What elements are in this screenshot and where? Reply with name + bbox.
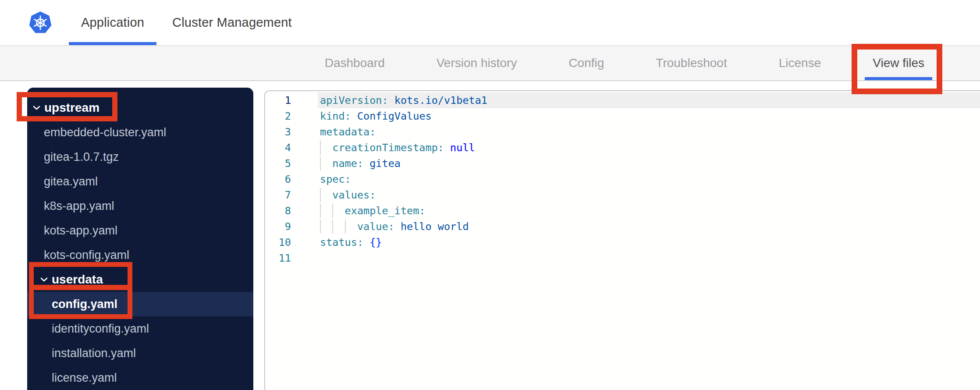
code-line-text: status: {} [318, 234, 980, 250]
code-line-9: 9 value: hello world [265, 219, 980, 234]
tree-item-installation.yaml[interactable]: installation.yaml [27, 341, 253, 365]
nav-tab-license[interactable]: License [771, 46, 829, 80]
token-plain [320, 157, 332, 170]
nav-tab-troubleshoot[interactable]: Troubleshoot [648, 46, 735, 80]
token-key: spec: [320, 173, 351, 185]
nav-tab-version-history[interactable]: Version history [429, 46, 525, 80]
code-line-text: value: hello world [318, 219, 980, 234]
tree-item-k8s-app.yaml[interactable]: k8s-app.yaml [27, 194, 253, 218]
line-number: 10 [265, 234, 318, 250]
token-str: kots.io/v1beta1 [388, 94, 487, 106]
token-key: value: [357, 220, 394, 233]
indent-guide [320, 204, 321, 218]
indent-guide [332, 220, 333, 234]
file-label: kots-app.yaml [44, 224, 117, 238]
token-plain [320, 142, 332, 154]
token-key: apiVersion: [320, 94, 388, 106]
line-number: 11 [265, 250, 318, 266]
indent-guide [332, 204, 333, 218]
tree-item-identityconfig.yaml[interactable]: identityconfig.yaml [27, 316, 253, 341]
code-line-text: kind: ConfigValues [318, 108, 980, 124]
token-key: status: [320, 236, 363, 248]
code-line-text [318, 250, 980, 266]
app-header: ApplicationCluster Management [0, 0, 980, 46]
token-key: name: [332, 157, 363, 170]
tree-item-kots-config.yaml[interactable]: kots-config.yaml [27, 243, 253, 267]
code-line-7: 7 values: [265, 187, 980, 203]
file-label: gitea.yaml [44, 175, 98, 188]
code-line-3: 3metadata: [265, 124, 980, 140]
token-key: kind: [320, 110, 351, 122]
folder-label: upstream [44, 101, 99, 115]
tree-item-config.yaml[interactable]: config.yaml [27, 292, 253, 316]
code-line-8: 8 example_item: [265, 203, 980, 219]
code-line-text: creationTimestamp: null [318, 140, 980, 156]
code-line-5: 5 name: gitea [265, 156, 980, 171]
app-subnav: DashboardVersion historyConfigTroublesho… [0, 46, 980, 81]
yaml-editor-panel[interactable]: 1apiVersion: kots.io/v1beta12kind: Confi… [264, 90, 980, 390]
tree-item-upstream[interactable]: upstream [27, 96, 253, 120]
indent-guide [320, 156, 321, 170]
token-kw: null [444, 142, 475, 154]
kots-admin-console: ApplicationCluster Management DashboardV… [0, 0, 980, 390]
file-label: kots-config.yaml [44, 248, 129, 262]
tree-item-license.yaml[interactable]: license.yaml [27, 365, 253, 390]
nav-tab-view-files[interactable]: View files [865, 46, 932, 80]
line-number: 8 [265, 203, 318, 219]
token-str: hello world [394, 220, 469, 233]
file-tree-sidebar: upstreamembedded-cluster.yamlgitea-1.0.7… [27, 88, 253, 390]
token-key: example_item: [345, 205, 426, 217]
file-label: embedded-cluster.yaml [44, 126, 166, 139]
code-line-2: 2kind: ConfigValues [265, 108, 980, 124]
token-plain [320, 220, 357, 233]
code-line-1: 1apiVersion: kots.io/v1beta1 [265, 92, 980, 108]
code-line-6: 6spec: [265, 171, 980, 187]
token-key: values: [332, 189, 376, 201]
header-tab-cluster-management[interactable]: Cluster Management [160, 0, 304, 45]
folder-label: userdata [52, 273, 103, 287]
token-str: gitea [363, 157, 401, 170]
nav-tab-config[interactable]: Config [561, 46, 612, 80]
kubernetes-logo-icon [29, 11, 52, 34]
tree-item-embedded-cluster.yaml[interactable]: embedded-cluster.yaml [27, 120, 253, 145]
line-number: 4 [265, 140, 318, 156]
line-number: 5 [265, 156, 318, 171]
indent-guide [345, 220, 346, 234]
indent-guide [320, 220, 321, 234]
subnav-tabs: DashboardVersion historyConfigTroublesho… [0, 46, 980, 80]
token-key: metadata: [320, 126, 376, 138]
file-label: license.yaml [52, 371, 117, 385]
code-line-text: values: [318, 187, 980, 203]
chevron-down-icon [33, 106, 40, 110]
token-str: ConfigValues [351, 110, 432, 122]
code-line-11: 11 [265, 250, 980, 266]
line-number: 6 [265, 171, 318, 187]
indent-guide [320, 141, 321, 155]
chevron-down-icon [40, 277, 48, 282]
tree-item-gitea-1.0.7.tgz[interactable]: gitea-1.0.7.tgz [27, 145, 253, 169]
code-line-4: 4 creationTimestamp: null [265, 140, 980, 156]
line-number: 1 [265, 92, 318, 108]
tree-item-kots-app.yaml[interactable]: kots-app.yaml [27, 218, 253, 243]
code-line-10: 10status: {} [265, 234, 980, 250]
tree-item-gitea.yaml[interactable]: gitea.yaml [27, 169, 253, 194]
line-number: 2 [265, 108, 318, 124]
token-key: creationTimestamp: [332, 142, 444, 154]
file-label: identityconfig.yaml [52, 322, 149, 336]
indent-guide [320, 188, 321, 202]
tree-item-userdata[interactable]: userdata [27, 267, 253, 292]
header-tab-application[interactable]: Application [69, 0, 156, 45]
nav-tab-dashboard[interactable]: Dashboard [317, 46, 393, 80]
content-area: upstreamembedded-cluster.yamlgitea-1.0.7… [0, 81, 980, 390]
file-label: k8s-app.yaml [44, 199, 114, 213]
code-line-text: apiVersion: kots.io/v1beta1 [318, 92, 980, 108]
token-plain [320, 189, 332, 201]
line-number: 9 [265, 219, 318, 234]
file-label: gitea-1.0.7.tgz [44, 150, 119, 164]
code-line-text: spec: [318, 171, 980, 187]
code-line-text: example_item: [318, 203, 980, 219]
code-line-text: metadata: [318, 124, 980, 140]
line-number: 3 [265, 124, 318, 140]
token-brace: {} [363, 236, 382, 248]
code-line-text: name: gitea [318, 156, 980, 171]
